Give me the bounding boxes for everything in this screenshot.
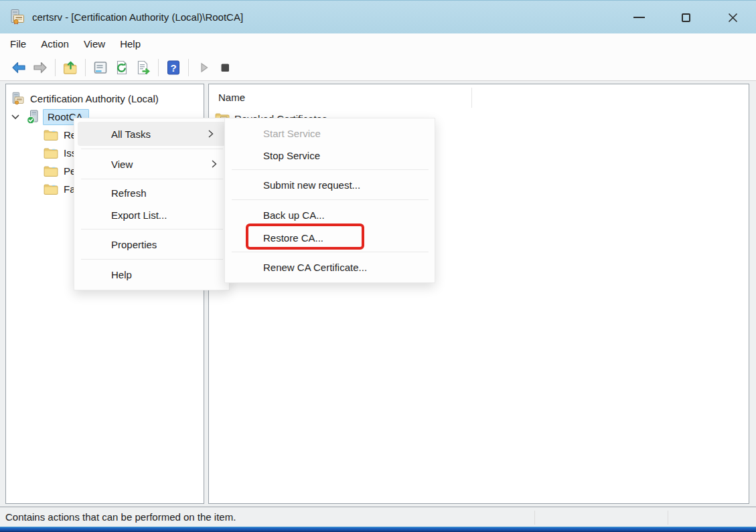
folder-icon xyxy=(44,165,58,177)
status-text: Contains actions that can be performed o… xyxy=(5,511,236,523)
menu-item-label: Start Service xyxy=(263,128,321,139)
play-icon xyxy=(196,60,212,76)
menu-separator xyxy=(81,149,223,149)
window-title: certsrv - [Certification Authority (Loca… xyxy=(32,11,243,23)
chevron-right-icon xyxy=(212,160,217,169)
menu-separator xyxy=(81,259,223,260)
all-tasks-submenu: Start Service Stop Service Submit new re… xyxy=(224,118,435,283)
column-divider[interactable] xyxy=(471,88,472,108)
menu-separator xyxy=(81,179,223,179)
context-menu-item-help[interactable]: Help xyxy=(74,262,229,286)
context-menu-item-refresh[interactable]: Refresh xyxy=(74,182,229,204)
forward-icon xyxy=(32,60,48,76)
submenu-item-renew-ca-certificate[interactable]: Renew CA Certificate... xyxy=(225,255,435,279)
toolbar-separator xyxy=(55,59,56,76)
menu-item-label: Stop Service xyxy=(263,150,320,161)
title-bar: certsrv - [Certification Authority (Loca… xyxy=(0,0,756,33)
menu-item-label: All Tasks xyxy=(111,128,151,140)
menu-separator xyxy=(232,199,429,200)
properties-button[interactable] xyxy=(90,57,111,78)
close-icon xyxy=(728,13,738,23)
menu-item-label: Properties xyxy=(111,239,157,250)
menu-item-label: Back up CA... xyxy=(263,209,325,221)
menu-file[interactable]: File xyxy=(3,38,33,50)
menu-item-label: Submit new request... xyxy=(263,179,360,191)
menu-item-label: Help xyxy=(111,269,132,280)
tree-item-certification-authority[interactable]: Certification Authority (Local) xyxy=(6,90,204,108)
menu-item-label: Renew CA Certificate... xyxy=(263,262,367,273)
chevron-right-icon xyxy=(208,130,214,139)
menu-help[interactable]: Help xyxy=(112,38,148,50)
toolbar: ? xyxy=(0,54,756,81)
folder-icon xyxy=(44,129,58,141)
folder-icon xyxy=(44,147,58,159)
start-service-button[interactable] xyxy=(193,57,214,78)
submenu-item-submit-new-request[interactable]: Submit new request... xyxy=(225,173,435,197)
help-button[interactable]: ? xyxy=(163,57,184,78)
context-menu-item-view[interactable]: View xyxy=(74,152,229,176)
statusbar-divider xyxy=(534,511,535,525)
context-menu: All Tasks View Refresh Export List... Pr… xyxy=(74,118,230,290)
export-list-button[interactable] xyxy=(133,57,154,78)
desktop-wallpaper-strip xyxy=(0,527,756,532)
up-one-level-button[interactable] xyxy=(60,57,81,78)
context-menu-item-properties[interactable]: Properties xyxy=(74,232,229,256)
menu-separator xyxy=(232,169,429,170)
ca-server-ok-icon xyxy=(26,110,41,124)
stop-icon xyxy=(217,60,233,76)
back-icon xyxy=(11,60,27,76)
menu-bar: File Action View Help xyxy=(0,33,756,54)
tree-item-label: Certification Authority (Local) xyxy=(30,93,159,104)
up-one-level-icon xyxy=(62,60,78,76)
folder-icon xyxy=(44,183,58,195)
menu-view[interactable]: View xyxy=(76,38,112,50)
certsrv-app-icon xyxy=(8,9,25,26)
submenu-item-start-service: Start Service xyxy=(225,122,435,145)
svg-text:?: ? xyxy=(170,62,176,73)
close-button[interactable] xyxy=(709,1,756,34)
menu-item-label: View xyxy=(111,159,133,170)
column-header-name[interactable]: Name xyxy=(218,92,245,103)
menu-action[interactable]: Action xyxy=(33,38,76,50)
list-header: Name xyxy=(209,84,749,110)
maximize-button[interactable] xyxy=(662,1,709,34)
refresh-button[interactable] xyxy=(111,57,133,78)
toolbar-separator xyxy=(85,59,86,76)
annotation-box-restore-ca xyxy=(246,224,364,250)
export-list-icon xyxy=(135,60,151,76)
refresh-icon xyxy=(114,60,130,76)
menu-separator xyxy=(81,229,223,230)
back-button[interactable] xyxy=(8,57,29,78)
context-menu-item-export-list[interactable]: Export List... xyxy=(74,204,229,226)
forward-button[interactable] xyxy=(29,57,51,78)
submenu-item-stop-service[interactable]: Stop Service xyxy=(225,145,435,167)
context-menu-item-all-tasks[interactable]: All Tasks xyxy=(78,122,226,146)
minimize-icon xyxy=(633,17,645,18)
certification-authority-icon xyxy=(10,92,25,106)
properties-icon xyxy=(92,60,108,76)
chevron-down-icon[interactable] xyxy=(10,114,21,120)
minimize-button[interactable] xyxy=(615,1,662,34)
statusbar-divider xyxy=(668,511,668,525)
toolbar-separator xyxy=(188,59,189,76)
toolbar-separator xyxy=(158,59,159,76)
maximize-icon xyxy=(682,13,690,22)
stop-service-button[interactable] xyxy=(214,57,236,78)
status-bar: Contains actions that can be performed o… xyxy=(0,507,756,527)
menu-item-label: Refresh xyxy=(111,187,147,199)
menu-separator xyxy=(232,252,429,252)
help-icon: ? xyxy=(165,60,181,76)
menu-item-label: Export List... xyxy=(111,209,167,221)
